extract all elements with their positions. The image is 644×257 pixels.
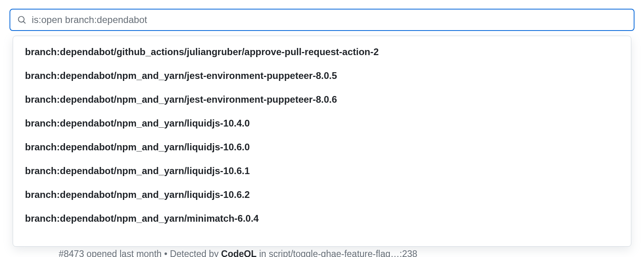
- search-icon: [17, 15, 26, 24]
- result-detector-name: CodeQL: [221, 249, 257, 257]
- search-input[interactable]: [32, 14, 627, 25]
- suggestion-item[interactable]: branch:dependabot/npm_and_yarn/liquidjs-…: [13, 111, 631, 135]
- autocomplete-dropdown[interactable]: branch:dependabot/github_actions/juliang…: [13, 36, 631, 247]
- suggestion-item[interactable]: branch:dependabot/npm_and_yarn/minimatch…: [13, 207, 631, 230]
- result-meta-prefix: #8473 opened last month • Detected by: [59, 249, 221, 257]
- suggestion-item[interactable]: branch:dependabot/github_actions/juliang…: [13, 40, 631, 64]
- suggestion-item[interactable]: branch:dependabot/npm_and_yarn/jest-envi…: [13, 88, 631, 111]
- suggestion-item[interactable]: branch:dependabot/npm_and_yarn/liquidjs-…: [13, 159, 631, 183]
- search-box[interactable]: [10, 9, 634, 31]
- search-container: branch:dependabot/github_actions/juliang…: [10, 9, 634, 31]
- suggestion-item[interactable]: branch:dependabot/npm_and_yarn/jest-envi…: [13, 64, 631, 88]
- background-result-meta: #8473 opened last month • Detected by Co…: [59, 249, 417, 257]
- suggestion-item[interactable]: branch:dependabot/npm_and_yarn/liquidjs-…: [13, 135, 631, 159]
- suggestion-item[interactable]: branch:dependabot/npm_and_yarn/liquidjs-…: [13, 183, 631, 207]
- dropdown-list: branch:dependabot/github_actions/juliang…: [13, 36, 631, 246]
- result-meta-suffix: in script/toggle-ghae-feature-flag…:238: [257, 249, 417, 257]
